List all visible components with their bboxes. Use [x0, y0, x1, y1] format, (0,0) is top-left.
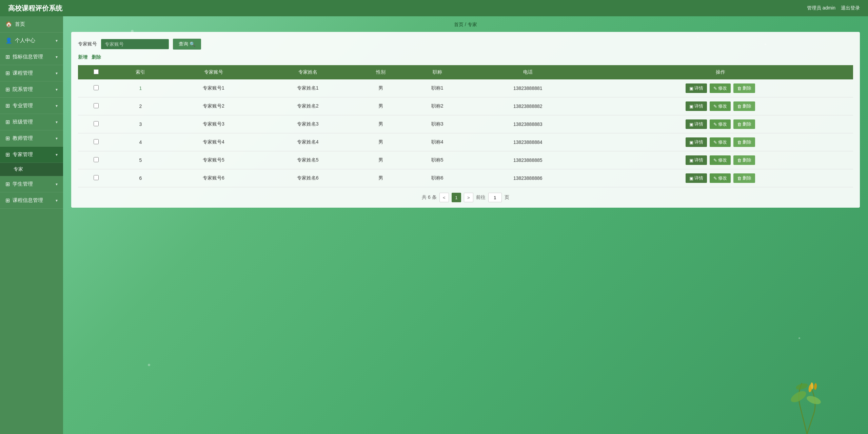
- row-name-0: 专家姓名1: [261, 79, 355, 97]
- edit-button-3[interactable]: ✎ 修改: [710, 137, 731, 147]
- row-phone-2: 13823888883: [468, 115, 588, 133]
- edit-button-2[interactable]: ✎ 修改: [710, 119, 731, 129]
- sidebar-label-dept: 院系管理: [13, 86, 56, 93]
- edit-button-1[interactable]: ✎ 修改: [710, 101, 731, 111]
- sidebar-label-expert: 专家管理: [13, 151, 56, 158]
- row-select-1[interactable]: [94, 103, 99, 108]
- row-account-0: 专家账号1: [166, 79, 261, 97]
- sidebar-item-indicator[interactable]: ⊞ 指标信息管理 ▾: [0, 49, 63, 65]
- sidebar-item-teacher[interactable]: ⊞ 教师管理 ▾: [0, 130, 63, 147]
- edit-icon-3: ✎: [713, 140, 717, 145]
- svg-point-1: [806, 394, 822, 406]
- grid-icon-major: ⊞: [5, 102, 10, 109]
- svg-point-4: [814, 383, 817, 390]
- row-phone-5: 13823888886: [468, 169, 588, 187]
- app-title: 高校课程评价系统: [8, 4, 62, 13]
- row-title-0: 职称1: [407, 79, 468, 97]
- breadcrumb: 首页 / 专家: [63, 16, 868, 32]
- detail-button-1[interactable]: ▣ 详情: [686, 101, 707, 111]
- row-name-2: 专家姓名3: [261, 115, 355, 133]
- pagination: 共 6 条 < 1 > 前往 页: [78, 193, 853, 202]
- prev-page-button[interactable]: <: [439, 193, 449, 202]
- row-index-5: 6: [115, 169, 166, 187]
- th-checkbox: [78, 65, 115, 79]
- sidebar-item-major[interactable]: ⊞ 专业管理 ▾: [0, 98, 63, 114]
- detail-button-0[interactable]: ▣ 详情: [686, 83, 707, 93]
- sidebar-item-course-info[interactable]: ⊞ 课程信息管理 ▾: [0, 192, 63, 209]
- row-name-3: 专家姓名4: [261, 133, 355, 151]
- row-checkbox-1: [78, 97, 115, 115]
- grid-icon-course-info: ⊞: [5, 197, 10, 204]
- page-1-button[interactable]: 1: [452, 193, 461, 202]
- row-select-3[interactable]: [94, 139, 99, 144]
- row-gender-3: 男: [355, 133, 407, 151]
- row-phone-0: 13823888881: [468, 79, 588, 97]
- user-info: 管理员 admin: [807, 5, 835, 11]
- index-link-0[interactable]: 1: [139, 86, 142, 91]
- select-all-checkbox[interactable]: [94, 69, 99, 74]
- edit-button-4[interactable]: ✎ 修改: [710, 155, 731, 165]
- dot-6: [798, 337, 800, 339]
- sidebar-item-student[interactable]: ⊞ 学生管理 ▾: [0, 176, 63, 192]
- sidebar-item-course-mgmt[interactable]: ⊞ 课程管理 ▾: [0, 65, 63, 81]
- sidebar-sub-item-expert[interactable]: 专家: [0, 163, 63, 176]
- batch-delete-button[interactable]: 删除: [92, 54, 101, 60]
- detail-button-4[interactable]: ▣ 详情: [686, 155, 707, 165]
- row-select-4[interactable]: [94, 157, 99, 162]
- th-operations: 操作: [588, 65, 853, 79]
- table-header-row: 索引 专家账号 专家姓名 性别 职称 电话 操作: [78, 65, 853, 79]
- sidebar-item-dept[interactable]: ⊞ 院系管理 ▾: [0, 81, 63, 98]
- table-row: 6 专家账号6 专家姓名6 男 职称6 13823888886 ▣ 详情 ✎ 修…: [78, 169, 853, 187]
- delete-button-5[interactable]: 🗑 删除: [733, 173, 755, 183]
- row-index-2: 3: [115, 115, 166, 133]
- delete-button-3[interactable]: 🗑 删除: [733, 137, 755, 147]
- row-select-2[interactable]: [94, 121, 99, 126]
- row-account-5: 专家账号6: [166, 169, 261, 187]
- th-phone: 电话: [468, 65, 588, 79]
- person-icon: 👤: [5, 37, 12, 44]
- detail-button-2[interactable]: ▣ 详情: [686, 119, 707, 129]
- detail-button-3[interactable]: ▣ 详情: [686, 137, 707, 147]
- delete-button-2[interactable]: 🗑 删除: [733, 119, 755, 129]
- arrow-icon-indicator: ▾: [56, 55, 58, 59]
- row-index-3: 4: [115, 133, 166, 151]
- detail-icon-1: ▣: [689, 104, 693, 109]
- row-phone-1: 13823888882: [468, 97, 588, 115]
- sidebar-label-indicator: 指标信息管理: [13, 54, 56, 60]
- sidebar-item-class[interactable]: ⊞ 班级管理 ▾: [0, 114, 63, 130]
- delete-button-4[interactable]: 🗑 删除: [733, 155, 755, 165]
- row-ops-0: ▣ 详情 ✎ 修改 🗑 删除: [588, 79, 853, 97]
- th-index: 索引: [115, 65, 166, 79]
- next-page-button[interactable]: >: [464, 193, 473, 202]
- arrow-icon-major: ▾: [56, 103, 58, 108]
- edit-button-5[interactable]: ✎ 修改: [710, 173, 731, 183]
- sidebar-sub-label-expert: 专家: [14, 166, 23, 172]
- arrow-icon-expert: ▾: [56, 152, 58, 157]
- edit-button-0[interactable]: ✎ 修改: [710, 83, 731, 93]
- detail-icon-0: ▣: [689, 86, 693, 91]
- row-name-5: 专家姓名6: [261, 169, 355, 187]
- trash-icon-5: 🗑: [737, 176, 742, 181]
- detail-button-5[interactable]: ▣ 详情: [686, 173, 707, 183]
- sidebar-label-course-mgmt: 课程管理: [13, 70, 56, 76]
- goto-page-input[interactable]: [488, 193, 502, 202]
- sidebar-item-expert[interactable]: ⊞ 专家管理 ▾: [0, 147, 63, 163]
- row-select-5[interactable]: [94, 175, 99, 180]
- logout-button[interactable]: 退出登录: [841, 5, 860, 11]
- table-row: 1 专家账号1 专家姓名1 男 职称1 13823888881 ▣ 详情 ✎ 修…: [78, 79, 853, 97]
- row-ops-5: ▣ 详情 ✎ 修改 🗑 删除: [588, 169, 853, 187]
- search-button[interactable]: 查询 🔍: [173, 39, 201, 50]
- delete-button-0[interactable]: 🗑 删除: [733, 83, 755, 93]
- search-input[interactable]: [101, 39, 169, 49]
- sidebar-item-personal[interactable]: 👤 个人中心 ▾: [0, 33, 63, 49]
- sidebar-item-home[interactable]: 🏠 首页: [0, 16, 63, 33]
- edit-icon-1: ✎: [713, 104, 717, 109]
- svg-point-5: [810, 382, 814, 390]
- delete-button-1[interactable]: 🗑 删除: [733, 101, 755, 111]
- trash-icon-3: 🗑: [737, 140, 742, 145]
- row-select-0[interactable]: [94, 85, 99, 90]
- row-checkbox-5: [78, 169, 115, 187]
- sidebar-label-class: 班级管理: [13, 119, 56, 125]
- add-button[interactable]: 新增: [78, 54, 87, 60]
- svg-point-0: [789, 389, 808, 404]
